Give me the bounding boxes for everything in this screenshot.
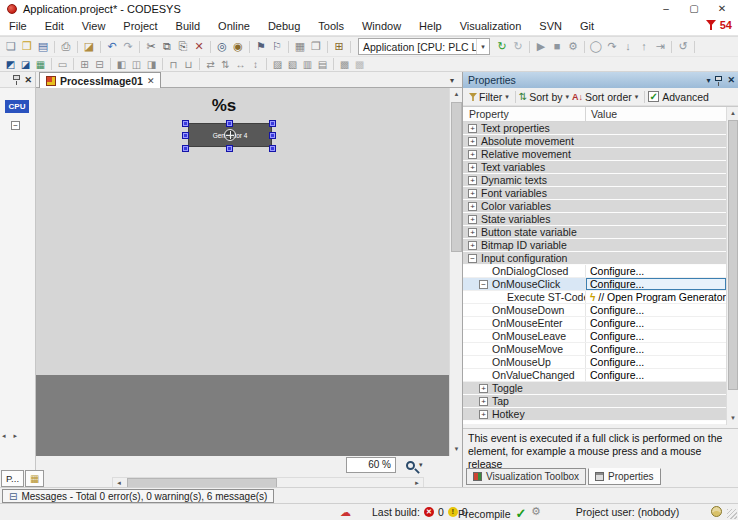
property-row-tap[interactable]: +Tap xyxy=(463,395,726,408)
redo-icon[interactable]: ↷ xyxy=(120,39,136,54)
menu-edit[interactable]: Edit xyxy=(36,18,73,35)
scroll-right-icon[interactable]: ► xyxy=(414,480,420,486)
bring-front-icon[interactable]: ▨ xyxy=(270,57,285,72)
property-row-button-state-variable[interactable]: +Button state variable xyxy=(463,226,726,239)
property-value[interactable]: Configure... xyxy=(590,330,644,342)
menu-git[interactable]: Git xyxy=(571,18,603,35)
property-row-input-configuration[interactable]: −Input configuration xyxy=(463,252,726,265)
tab-visualization-toolbox[interactable]: Visualization Toolbox xyxy=(466,468,586,485)
selection-handle-se[interactable] xyxy=(269,145,276,152)
delete-icon[interactable]: ✕ xyxy=(191,39,207,54)
expander-icon[interactable]: + xyxy=(468,176,477,185)
undo-icon[interactable]: ↶ xyxy=(104,39,120,54)
property-row-relative-movement[interactable]: +Relative movement xyxy=(463,148,726,161)
background-icon[interactable]: ▩ xyxy=(337,57,352,72)
login-icon[interactable]: ↻ xyxy=(494,39,510,54)
property-value[interactable]: Configure... xyxy=(590,304,644,316)
selection-handle-e[interactable] xyxy=(269,132,276,139)
expander-icon[interactable]: − xyxy=(479,280,488,289)
calendar-icon[interactable]: ⊞ xyxy=(331,39,347,54)
property-row-absolute-movement[interactable]: +Absolute movement xyxy=(463,135,726,148)
advanced-checkbox[interactable]: ✓ xyxy=(648,91,659,102)
reset-icon[interactable]: ↺ xyxy=(675,39,691,54)
property-row-onmouseleave[interactable]: OnMouseLeaveConfigure... xyxy=(463,330,726,343)
expander-icon[interactable]: + xyxy=(468,241,477,250)
tab-list-chevron-icon[interactable]: ▾ xyxy=(450,76,454,85)
zoom-select-icon[interactable]: ◩ xyxy=(3,57,18,72)
save-icon[interactable]: ▤ xyxy=(35,39,51,54)
tab-properties[interactable]: Properties xyxy=(588,468,661,485)
bookmark-toggle-icon[interactable]: ⚐ xyxy=(269,39,285,54)
notification-badge[interactable]: 54 xyxy=(705,19,732,31)
property-value[interactable]: Configure... xyxy=(590,278,644,290)
same-height-icon[interactable]: ↕ xyxy=(248,57,263,72)
property-row-execute-st-code[interactable]: Execute ST-Codeϟ// Open Program Generato… xyxy=(463,291,726,304)
selection-handle-nw[interactable] xyxy=(182,120,189,127)
selection-handle-n[interactable] xyxy=(226,120,233,127)
align-center-icon[interactable]: ◫ xyxy=(129,57,144,72)
maximize-button[interactable]: ▢ xyxy=(680,0,708,18)
align-top-icon[interactable]: ⊓ xyxy=(166,57,181,72)
new-screen-icon[interactable]: ❐ xyxy=(308,39,324,54)
run-to-cursor-icon[interactable]: ⇥ xyxy=(652,39,668,54)
expander-icon[interactable]: + xyxy=(479,410,488,419)
tab-processimage01[interactable]: ProcessImage01 ✕ xyxy=(39,72,161,88)
property-row-font-variables[interactable]: +Font variables xyxy=(463,187,726,200)
logout-icon[interactable]: ↻ xyxy=(510,39,526,54)
replace-icon[interactable]: ◉ xyxy=(230,39,246,54)
filter-chevron-icon[interactable]: ▾ xyxy=(505,93,509,101)
cut-icon[interactable]: ✂ xyxy=(143,39,159,54)
bookmark-icon[interactable]: ⚑ xyxy=(253,39,269,54)
grid-scroll-up-icon[interactable]: ▲ xyxy=(727,107,738,120)
menu-tools[interactable]: Tools xyxy=(309,18,353,35)
expander-icon[interactable]: + xyxy=(468,215,477,224)
property-row-onvaluechanged[interactable]: OnValueChangedConfigure... xyxy=(463,369,726,382)
zoom-level-value[interactable]: 60 % xyxy=(346,457,396,473)
pin-icon[interactable] xyxy=(13,75,20,80)
menu-project[interactable]: Project xyxy=(114,18,166,35)
expander-icon[interactable]: + xyxy=(468,228,477,237)
resize-grip[interactable] xyxy=(727,509,737,519)
distribute-vertical-icon[interactable]: ⇅ xyxy=(218,57,233,72)
filter-button[interactable]: Filter xyxy=(479,91,502,103)
property-row-color-variables[interactable]: +Color variables xyxy=(463,200,726,213)
ungroup-icon[interactable]: ⊟ xyxy=(92,57,107,72)
visualization-canvas[interactable]: %s Generator 4 xyxy=(36,88,449,456)
property-row-text-properties[interactable]: +Text properties xyxy=(463,122,726,135)
breakpoint-icon[interactable]: ◯ xyxy=(588,39,604,54)
zoom-out-icon[interactable]: ◪ xyxy=(18,57,33,72)
selection-handle-ne[interactable] xyxy=(269,120,276,127)
property-row-text-variables[interactable]: +Text variables xyxy=(463,161,726,174)
messages-tab[interactable]: ⊟ Messages - Total 0 error(s), 0 warning… xyxy=(2,489,274,503)
menu-build[interactable]: Build xyxy=(167,18,209,35)
group-icon[interactable]: ⊞ xyxy=(77,57,92,72)
tab-pous[interactable]: P... xyxy=(1,470,24,487)
stop-icon[interactable]: ■ xyxy=(549,39,565,54)
property-value[interactable]: Configure... xyxy=(590,369,644,381)
close-button[interactable]: ✕ xyxy=(708,0,736,18)
menu-visualization[interactable]: Visualization xyxy=(451,18,531,35)
open-project-icon[interactable]: ❒ xyxy=(19,39,35,54)
find-icon[interactable]: ◎ xyxy=(214,39,230,54)
close-icon[interactable]: ✕ xyxy=(24,75,32,85)
property-value[interactable]: Configure... xyxy=(590,317,644,329)
grid-scroll-down-icon[interactable]: ▼ xyxy=(727,412,738,425)
start-icon[interactable]: ▶ xyxy=(533,39,549,54)
menu-window[interactable]: Window xyxy=(353,18,410,35)
menu-file[interactable]: File xyxy=(0,18,36,35)
property-value[interactable]: Configure... xyxy=(590,265,644,277)
frame-selection-icon[interactable]: ▭ xyxy=(55,57,70,72)
column-value[interactable]: Value xyxy=(586,107,726,121)
device-node-cpu[interactable]: CPU xyxy=(5,100,29,113)
align-bottom-icon[interactable]: ⊔ xyxy=(181,57,196,72)
property-row-toggle[interactable]: +Toggle xyxy=(463,382,726,395)
sort-order-chevron-icon[interactable]: ▾ xyxy=(635,93,639,101)
property-row-onmouseenter[interactable]: OnMouseEnterConfigure... xyxy=(463,317,726,330)
tab-devices[interactable]: ▦ xyxy=(25,470,44,487)
sort-order-button[interactable]: Sort order xyxy=(585,91,632,103)
package-icon[interactable]: ◪ xyxy=(81,39,97,54)
panel-pin-icon[interactable] xyxy=(715,76,722,81)
new-file-icon[interactable]: ❏ xyxy=(3,39,19,54)
menu-help[interactable]: Help xyxy=(410,18,451,35)
menu-online[interactable]: Online xyxy=(209,18,259,35)
